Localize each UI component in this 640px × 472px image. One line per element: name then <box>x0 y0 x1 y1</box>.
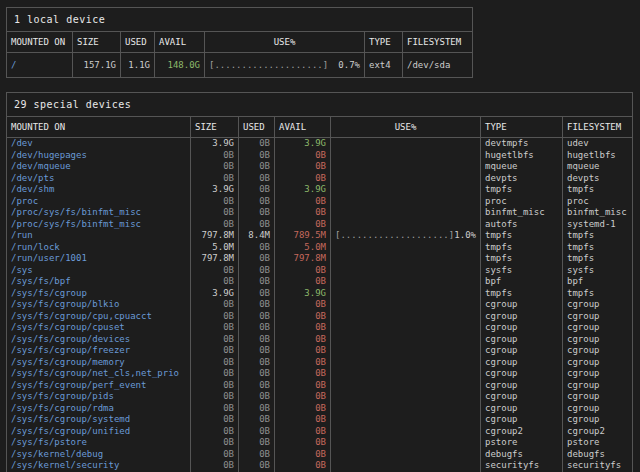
use-cell <box>331 345 481 357</box>
type-cell: devpts <box>481 173 563 185</box>
use-cell <box>331 219 481 231</box>
special-devices-rows: /dev3.9G0B3.9Gdevtmpfsudev/dev/hugepages… <box>7 138 633 472</box>
column-header-type: TYPE <box>365 32 403 53</box>
fs-cell: cgroup <box>563 334 633 346</box>
avail-cell: 0B <box>275 403 331 415</box>
table-row: /run797.8M8.4M789.5M[...................… <box>7 230 633 242</box>
type-cell: bpf <box>481 276 563 288</box>
mount-cell: /dev/shm <box>7 184 191 196</box>
size-cell: 0B <box>191 276 239 288</box>
avail-cell: 0B <box>275 161 331 173</box>
type-cell: autofs <box>481 219 563 231</box>
fs-cell: systemd-1 <box>563 219 633 231</box>
avail-cell: 3.9G <box>275 184 331 196</box>
table-row: /sys/fs/cgroup/net_cls,net_prio0B0B0Bcgr… <box>7 368 633 380</box>
avail-cell: 0B <box>275 426 331 438</box>
fs-cell: cgroup <box>563 403 633 415</box>
used-cell: 0B <box>239 253 275 265</box>
type-cell: pstore <box>481 437 563 449</box>
size-cell: 0B <box>191 334 239 346</box>
avail-cell: 0B <box>275 357 331 369</box>
fs-cell: cgroup <box>563 299 633 311</box>
fs-cell: pstore <box>563 437 633 449</box>
used-cell: 0B <box>239 345 275 357</box>
type-cell: tmpfs <box>481 230 563 242</box>
mount-cell: /proc <box>7 196 191 208</box>
table-row: /sys/kernel/security0B0B0Bsecurityfssecu… <box>7 460 633 472</box>
used-cell: 0B <box>239 311 275 323</box>
column-header-mounted-on: MOUNTED ON <box>7 117 191 138</box>
mount-cell: /sys/fs/cgroup <box>7 288 191 300</box>
fs-cell: debugfs <box>563 449 633 461</box>
avail-cell: 0B <box>275 437 331 449</box>
mount-cell: /sys/kernel/security <box>7 460 191 472</box>
size-cell: 157.1G <box>73 53 121 78</box>
table-row: /proc/sys/fs/binfmt_misc0B0B0Bautofssyst… <box>7 219 633 231</box>
use-cell <box>331 380 481 392</box>
column-header-type: TYPE <box>481 117 563 138</box>
avail-cell: 0B <box>275 334 331 346</box>
local-devices-header-row: MOUNTED ON SIZE USED AVAIL USE% TYPE FIL… <box>7 32 473 53</box>
size-cell: 0B <box>191 161 239 173</box>
use-cell <box>331 242 481 254</box>
type-cell: debugfs <box>481 449 563 461</box>
avail-cell: 0B <box>275 276 331 288</box>
type-cell: mqueue <box>481 161 563 173</box>
size-cell: 0B <box>191 299 239 311</box>
fs-cell: udev <box>563 138 633 150</box>
type-cell: tmpfs <box>481 242 563 254</box>
fs-cell: securityfs <box>563 460 633 472</box>
use-cell <box>331 311 481 323</box>
used-cell: 0B <box>239 322 275 334</box>
column-header-filesystem: FILESYSTEM <box>403 32 473 53</box>
type-cell: cgroup <box>481 334 563 346</box>
mount-cell: /sys/fs/cgroup/net_cls,net_prio <box>7 368 191 380</box>
column-header-used: USED <box>239 117 275 138</box>
column-header-size: SIZE <box>191 117 239 138</box>
fs-cell: binfmt_misc <box>563 207 633 219</box>
avail-cell: 0B <box>275 414 331 426</box>
size-cell: 0B <box>191 414 239 426</box>
type-cell: cgroup <box>481 357 563 369</box>
fs-cell: mqueue <box>563 161 633 173</box>
column-header-use-percent: USE% <box>331 117 481 138</box>
size-cell: 0B <box>191 449 239 461</box>
use-cell <box>331 288 481 300</box>
use-cell <box>331 161 481 173</box>
mount-cell: / <box>7 53 73 78</box>
used-cell: 0B <box>239 265 275 277</box>
type-cell: cgroup <box>481 345 563 357</box>
use-cell <box>331 173 481 185</box>
avail-cell: 0B <box>275 322 331 334</box>
use-cell <box>331 322 481 334</box>
size-cell: 0B <box>191 150 239 162</box>
size-cell: 0B <box>191 311 239 323</box>
use-cell <box>331 426 481 438</box>
use-cell <box>331 414 481 426</box>
use-cell <box>331 196 481 208</box>
column-header-use-percent: USE% <box>205 32 365 53</box>
type-cell: cgroup <box>481 380 563 392</box>
avail-cell: 3.9G <box>275 288 331 300</box>
table-title: 1 local device <box>7 8 473 32</box>
type-cell: cgroup <box>481 311 563 323</box>
size-cell: 0B <box>191 437 239 449</box>
use-cell <box>331 138 481 150</box>
size-cell: 3.9G <box>191 138 239 150</box>
avail-cell: 0B <box>275 311 331 323</box>
fs-cell: tmpfs <box>563 230 633 242</box>
used-cell: 0B <box>239 242 275 254</box>
size-cell: 0B <box>191 357 239 369</box>
size-cell: 0B <box>191 196 239 208</box>
special-devices-header-row: MOUNTED ON SIZE USED AVAIL USE% TYPE FIL… <box>7 117 633 138</box>
used-cell: 0B <box>239 219 275 231</box>
avail-cell: 0B <box>275 196 331 208</box>
size-cell: 3.9G <box>191 184 239 196</box>
used-cell: 0B <box>239 460 275 472</box>
avail-cell: 0B <box>275 207 331 219</box>
mount-cell: /run <box>7 230 191 242</box>
use-cell <box>331 460 481 472</box>
use-cell <box>331 207 481 219</box>
mount-cell: /sys/fs/cgroup/pids <box>7 391 191 403</box>
column-header-avail: AVAIL <box>155 32 205 53</box>
